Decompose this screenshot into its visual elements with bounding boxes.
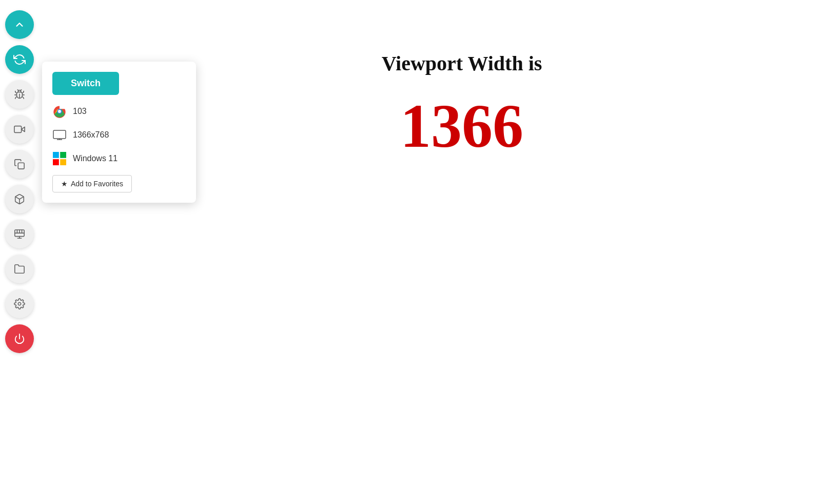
svg-rect-21: [53, 159, 59, 165]
monitor-icon: [14, 228, 25, 240]
star-icon: ★: [61, 180, 68, 188]
resolution-value: 1366x768: [73, 130, 109, 140]
add-to-favorites-button[interactable]: ★ Add to Favorites: [52, 175, 132, 192]
video-icon: [14, 124, 25, 135]
sync-icon: [13, 53, 26, 66]
sidebar: [0, 0, 39, 504]
svg-point-15: [58, 110, 61, 113]
windows-icon: [52, 151, 67, 166]
main-content: Viewport Width is 1366: [103, 31, 821, 504]
windows-logo-icon: [53, 152, 66, 165]
folder-icon: [14, 263, 25, 275]
chrome-icon: [52, 104, 67, 119]
power-button[interactable]: [5, 324, 34, 353]
bug-icon: [14, 89, 25, 100]
svg-marker-0: [22, 127, 25, 131]
viewport-number: 1366: [400, 91, 523, 162]
sync-button[interactable]: [5, 45, 34, 74]
settings-button[interactable]: [5, 289, 34, 318]
settings-icon: [14, 298, 25, 309]
copy-icon: [14, 159, 25, 170]
os-info-row: Windows 11: [52, 151, 186, 166]
browser-info-row: 103: [52, 104, 186, 119]
screen-icon: [53, 130, 66, 140]
svg-rect-1: [14, 126, 22, 133]
resolution-icon: [52, 128, 67, 142]
browser-version: 103: [73, 107, 87, 116]
copy-button[interactable]: [5, 150, 34, 179]
box-icon: [14, 193, 25, 205]
viewport-title: Viewport Width is: [382, 51, 542, 75]
monitor-button[interactable]: [5, 220, 34, 248]
chrome-logo-icon: [52, 104, 67, 119]
os-value: Windows 11: [73, 154, 118, 163]
collapse-button[interactable]: [5, 10, 34, 39]
svg-rect-20: [60, 152, 66, 158]
power-icon: [14, 333, 25, 344]
svg-rect-19: [53, 152, 59, 158]
chevron-up-icon: [14, 19, 25, 30]
folder-button[interactable]: [5, 255, 34, 283]
svg-rect-2: [18, 163, 24, 169]
bug-button[interactable]: [5, 80, 34, 109]
svg-rect-16: [53, 130, 66, 139]
switch-button[interactable]: Switch: [52, 72, 119, 95]
video-button[interactable]: [5, 115, 34, 144]
box-button[interactable]: [5, 185, 34, 214]
resolution-info-row: 1366x768: [52, 128, 186, 142]
svg-rect-22: [60, 159, 66, 165]
add-favorites-label: Add to Favorites: [71, 180, 123, 188]
svg-point-11: [18, 302, 21, 305]
popup-card: Switch 103 1366x768: [42, 62, 196, 203]
